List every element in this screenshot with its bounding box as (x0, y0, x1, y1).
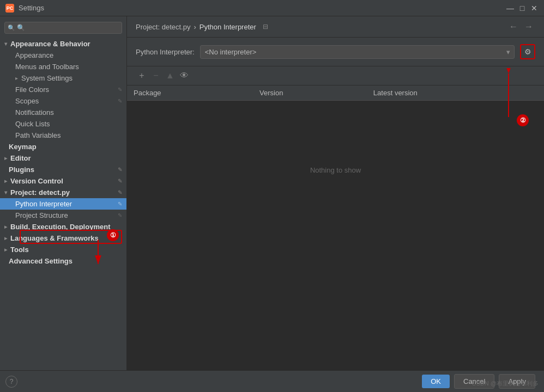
window-controls: — □ ✕ (506, 4, 539, 13)
edit-icon: ✎ (118, 189, 122, 195)
sidebar-item-build-execution[interactable]: Build, Execution, Deployment (0, 221, 126, 232)
empty-message: Nothing to show (127, 166, 544, 174)
sidebar-item-menus-toolbars[interactable]: Menus and Toolbars (0, 61, 126, 72)
packages-table[interactable]: Package Version Latest version Nothing t… (127, 85, 544, 392)
sidebar-item-editor[interactable]: Editor (0, 152, 126, 164)
window-title: Settings (19, 4, 44, 12)
gear-icon: ⚙ (524, 47, 531, 56)
edit-icon: ✎ (118, 98, 122, 104)
interpreter-row: Python Interpreter: <No interpreter> ▾ ⚙ (127, 38, 544, 66)
sidebar-label: Menus and Toolbars (15, 63, 79, 71)
sidebar-label: Project Structure (15, 211, 68, 219)
add-package-button[interactable]: + (136, 70, 148, 82)
sidebar-label: Version Control (10, 177, 63, 185)
footer: OK Cancel Apply (0, 370, 544, 392)
back-button[interactable]: ← (507, 22, 520, 32)
sidebar-label: Scopes (15, 97, 39, 105)
sidebar-item-scopes[interactable]: Scopes ✎ (0, 95, 126, 107)
sidebar-label: Tools (10, 246, 29, 254)
search-bar[interactable]: 🔍 (4, 22, 122, 34)
close-button[interactable]: ✕ (530, 4, 539, 13)
edit-icon: ✎ (118, 212, 122, 218)
sidebar-item-quick-lists[interactable]: Quick Lists (0, 118, 126, 130)
move-up-button[interactable]: ▲ (164, 70, 176, 82)
column-latest-version: Latest version (367, 85, 544, 101)
sidebar-label: System Settings (21, 74, 72, 82)
sidebar-item-plugins[interactable]: Plugins ✎ (0, 164, 126, 175)
chevron-icon (4, 155, 7, 161)
watermark: CSDN @布里枫迪布利多 (472, 379, 539, 388)
content-header: Project: detect.py › Python Interpreter … (127, 16, 544, 38)
column-package: Package (127, 85, 253, 101)
package-toolbar: + − ▲ 👁 (127, 66, 544, 85)
sidebar-item-notifications[interactable]: Notifications (0, 107, 126, 118)
ok-button[interactable]: OK (422, 375, 450, 388)
minimize-button[interactable]: — (506, 4, 515, 13)
sidebar-item-tools[interactable]: Tools (0, 244, 126, 255)
sidebar-label: Python Interpreter (15, 200, 72, 208)
sidebar-label: Advanced Settings (9, 257, 72, 265)
sidebar-label: Quick Lists (15, 120, 50, 128)
sidebar-label: Path Variables (15, 131, 61, 139)
edit-icon: ✎ (118, 167, 122, 173)
sidebar-item-version-control[interactable]: Version Control ✎ (0, 175, 126, 187)
annotation-circle-1: ① (107, 229, 119, 241)
sidebar-label: Languages & Frameworks (10, 234, 99, 242)
edit-icon: ✎ (118, 201, 122, 207)
sidebar-item-python-interpreter[interactable]: Python Interpreter ✎ (0, 198, 126, 210)
sidebar-item-file-colors[interactable]: File Colors ✎ (0, 84, 126, 95)
chevron-icon (4, 178, 7, 184)
remove-package-button[interactable]: − (150, 70, 162, 82)
edit-icon: ✎ (118, 87, 122, 93)
interpreter-select-wrapper[interactable]: <No interpreter> ▾ (200, 45, 515, 59)
chevron-icon (4, 224, 7, 230)
sidebar-label: Plugins (9, 166, 34, 174)
sidebar: 🔍 Appearance & Behavior Appearance Menus… (0, 16, 127, 392)
app-icon: PC (5, 4, 14, 13)
sidebar-label: Appearance (15, 51, 53, 59)
sidebar-item-path-variables[interactable]: Path Variables (0, 130, 126, 141)
pin-icon: ⊟ (263, 23, 268, 30)
gear-settings-button[interactable]: ⚙ (520, 44, 535, 59)
breadcrumb-current: Python Interpreter (200, 23, 256, 31)
search-icon: 🔍 (8, 24, 15, 32)
sidebar-label: Editor (10, 154, 31, 162)
forward-button[interactable]: → (522, 22, 535, 32)
sidebar-item-system-settings[interactable]: System Settings (0, 72, 126, 84)
sidebar-item-advanced-settings[interactable]: Advanced Settings (0, 255, 126, 267)
maximize-button[interactable]: □ (518, 4, 527, 13)
sidebar-label: Keymap (9, 143, 37, 151)
edit-icon: ✎ (118, 178, 122, 184)
sidebar-item-appearance-behavior[interactable]: Appearance & Behavior (0, 38, 126, 50)
chevron-icon (4, 41, 7, 47)
interpreter-select[interactable]: <No interpreter> (200, 45, 515, 59)
sidebar-label: Notifications (15, 108, 54, 117)
content-area: Project: detect.py › Python Interpreter … (127, 16, 544, 392)
breadcrumb: Project: detect.py › Python Interpreter … (136, 23, 268, 31)
chevron-icon (4, 247, 7, 253)
sidebar-label: Build, Execution, Deployment (10, 223, 110, 231)
sidebar-label: Project: detect.py (10, 188, 70, 197)
column-version: Version (253, 85, 367, 101)
help-button[interactable]: ? (5, 376, 17, 388)
breadcrumb-separator: › (194, 23, 196, 31)
sidebar-label: Appearance & Behavior (10, 40, 90, 48)
chevron-icon (4, 235, 7, 241)
show-all-button[interactable]: 👁 (178, 70, 190, 82)
search-input[interactable] (4, 22, 122, 34)
sidebar-item-project[interactable]: Project: detect.py ✎ (0, 187, 126, 198)
annotation-circle-2: ② (517, 114, 529, 126)
title-bar: PC Settings — □ ✕ (0, 0, 544, 16)
sidebar-label: File Colors (15, 85, 49, 94)
chevron-icon (15, 75, 18, 81)
chevron-icon (4, 189, 7, 195)
breadcrumb-project: Project: detect.py (136, 23, 190, 31)
sidebar-item-keymap[interactable]: Keymap (0, 141, 126, 152)
interpreter-label: Python Interpreter: (136, 48, 195, 56)
sidebar-item-project-structure[interactable]: Project Structure ✎ (0, 210, 126, 221)
nav-arrows: ← → (507, 22, 535, 32)
sidebar-item-appearance[interactable]: Appearance (0, 50, 126, 61)
